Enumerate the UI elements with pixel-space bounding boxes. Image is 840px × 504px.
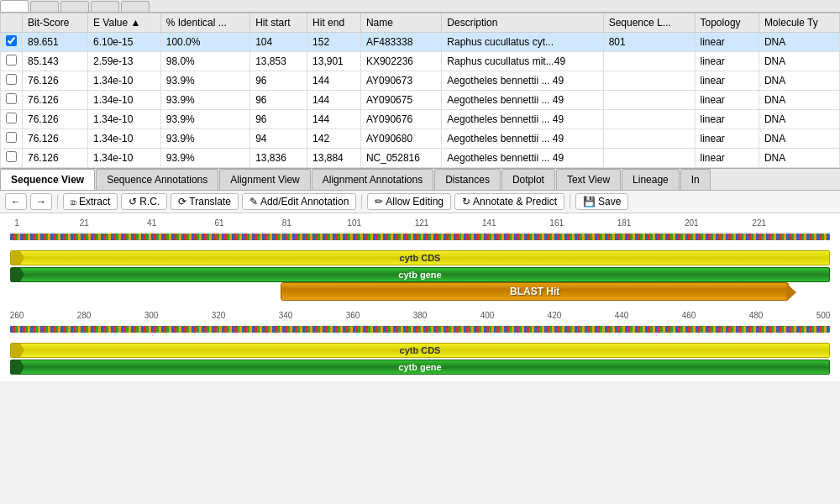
tab-sequence-annotations[interactable]: Sequence Annotations bbox=[96, 169, 218, 190]
row-checkbox[interactable] bbox=[1, 52, 23, 71]
cell-hit-start: 94 bbox=[250, 129, 307, 149]
row-checkbox[interactable] bbox=[1, 71, 23, 91]
gene-bar-2[interactable]: cytb gene bbox=[10, 360, 830, 375]
tab-dotplot[interactable]: Dotplot bbox=[501, 169, 555, 190]
back-button[interactable]: ← bbox=[5, 193, 27, 210]
col-pct-identical[interactable]: % Identical ... bbox=[160, 13, 249, 33]
cell-bit-score: 85.143 bbox=[23, 52, 88, 71]
table-row[interactable]: 89.651 6.10e-15 100.0% 104 152 AF483338 … bbox=[1, 33, 840, 52]
annotate-predict-icon: ↻ bbox=[462, 196, 470, 207]
cell-hit-start: 104 bbox=[250, 33, 307, 52]
cds-track-1[interactable]: cytb CDS bbox=[10, 250, 830, 265]
ruler-tick: 181 bbox=[617, 218, 632, 228]
tab-distances2[interactable]: Distances bbox=[434, 169, 501, 190]
cell-molecule-type: DNA bbox=[759, 110, 839, 129]
ruler-tick: 21 bbox=[80, 218, 89, 228]
table-row[interactable]: 76.126 1.34e-10 93.9% 96 144 AY090676 Ae… bbox=[1, 110, 840, 129]
row-checkbox[interactable] bbox=[1, 33, 23, 52]
col-hit-end[interactable]: Hit end bbox=[307, 13, 361, 33]
col-seq-len[interactable]: Sequence L... bbox=[603, 13, 695, 33]
row-checkbox[interactable] bbox=[1, 91, 23, 110]
add-annotation-button[interactable]: ✎ Add/Edit Annotation bbox=[242, 193, 356, 210]
toolbar: ← → ⎄ Extract ↺ R.C. ⟳ Translate ✎ Add/E… bbox=[0, 191, 840, 213]
tab-query-centric[interactable] bbox=[30, 1, 59, 12]
table-row[interactable]: 76.126 1.34e-10 93.9% 96 144 AY090673 Ae… bbox=[1, 71, 840, 91]
checkbox-input[interactable] bbox=[6, 55, 17, 66]
annotate-predict-button[interactable]: ↻ Annotate & Predict bbox=[454, 193, 564, 210]
forward-button[interactable]: → bbox=[30, 193, 52, 210]
extract-label: Extract bbox=[79, 196, 110, 207]
col-description[interactable]: Description bbox=[442, 13, 603, 33]
tab-annotations[interactable] bbox=[60, 1, 89, 12]
ruler-tick: 280 bbox=[77, 311, 92, 320]
cell-description: Raphus cucullatus mit...49 bbox=[442, 52, 603, 71]
extract-button[interactable]: ⎄ Extract bbox=[63, 193, 118, 210]
table-row[interactable]: 85.143 2.59e-13 98.0% 13,853 13,901 KX90… bbox=[1, 52, 840, 71]
col-molecule-type[interactable]: Molecule Ty bbox=[759, 13, 839, 33]
table-header-row: Bit-Score E Value ▲ % Identical ... Hit … bbox=[1, 13, 840, 33]
cell-hit-end: 144 bbox=[307, 71, 361, 91]
col-hit-start[interactable]: Hit start bbox=[250, 13, 307, 33]
tab-sequence-view[interactable]: Sequence View bbox=[0, 169, 95, 190]
cell-molecule-type: DNA bbox=[759, 91, 839, 110]
checkbox-input[interactable] bbox=[6, 113, 17, 123]
cell-topology: linear bbox=[695, 91, 759, 110]
cds-bar-2[interactable]: cytb CDS bbox=[10, 343, 830, 358]
ruler-tick: 121 bbox=[415, 218, 429, 228]
checkbox-input[interactable] bbox=[6, 93, 17, 104]
row-checkbox[interactable] bbox=[1, 129, 23, 149]
blast-hit-bar[interactable]: BLAST Hit bbox=[281, 282, 789, 301]
tab-info2[interactable]: In bbox=[680, 169, 711, 190]
cell-bit-score: 76.126 bbox=[23, 129, 88, 149]
gene-bar-1[interactable]: cytb gene bbox=[10, 267, 830, 282]
tab-info[interactable] bbox=[121, 1, 150, 12]
gene-track-2[interactable]: cytb gene bbox=[10, 360, 830, 375]
table-row[interactable]: 76.126 1.34e-10 93.9% 13,836 13,884 NC_0… bbox=[1, 149, 840, 168]
col-topology[interactable]: Topology bbox=[695, 13, 759, 33]
col-evalue[interactable]: E Value ▲ bbox=[88, 13, 161, 33]
tab-alignment-view[interactable]: Alignment View bbox=[219, 169, 311, 190]
tab-lineage[interactable]: Lineage bbox=[622, 169, 680, 190]
cds-track-2[interactable]: cytb CDS bbox=[10, 343, 830, 358]
cds-bar-1[interactable]: cytb CDS bbox=[10, 250, 830, 265]
tab-text-view[interactable]: Text View bbox=[556, 169, 621, 190]
cell-bit-score: 76.126 bbox=[23, 71, 88, 91]
cell-description: Aegotheles bennettii ... 49 bbox=[442, 71, 603, 91]
table-row[interactable]: 76.126 1.34e-10 93.9% 96 144 AY090675 Ae… bbox=[1, 91, 840, 110]
checkbox-input[interactable] bbox=[6, 151, 17, 162]
ruler-tick: 460 bbox=[682, 311, 696, 320]
table-row[interactable]: 76.126 1.34e-10 93.9% 94 142 AY090680 Ae… bbox=[1, 129, 840, 149]
checkbox-input[interactable] bbox=[6, 132, 17, 143]
section-gap-2 bbox=[3, 376, 837, 381]
cell-topology: linear bbox=[695, 52, 759, 71]
toolbar-sep-3 bbox=[570, 194, 570, 209]
tab-alignment-annotations[interactable]: Alignment Annotations bbox=[312, 169, 433, 190]
allow-editing-button[interactable]: ✏ Allow Editing bbox=[367, 193, 451, 210]
cell-evalue: 1.34e-10 bbox=[88, 149, 161, 168]
checkbox-input[interactable] bbox=[6, 35, 17, 46]
cell-pct-identical: 93.9% bbox=[160, 91, 249, 110]
cell-hit-end: 13,884 bbox=[307, 149, 361, 168]
cell-description: Aegotheles bennettii ... 49 bbox=[442, 91, 603, 110]
save-button[interactable]: 💾 Save bbox=[575, 193, 628, 210]
col-bit-score[interactable]: Bit-Score bbox=[23, 13, 88, 33]
blast-track-1[interactable]: BLAST Hit bbox=[10, 284, 830, 299]
tab-distances[interactable] bbox=[91, 1, 119, 12]
col-name[interactable]: Name bbox=[360, 13, 441, 33]
row-checkbox[interactable] bbox=[1, 149, 23, 168]
checkbox-input[interactable] bbox=[6, 74, 17, 85]
tab-hit-table[interactable] bbox=[0, 0, 29, 12]
ruler-tick: 81 bbox=[282, 218, 291, 228]
cell-hit-start: 13,836 bbox=[250, 149, 307, 168]
cell-description: Aegotheles bennettii ... 49 bbox=[442, 110, 603, 129]
cell-bit-score: 76.126 bbox=[23, 91, 88, 110]
rc-button[interactable]: ↺ R.C. bbox=[121, 193, 167, 210]
cell-hit-start: 96 bbox=[250, 110, 307, 129]
row-checkbox[interactable] bbox=[1, 110, 23, 129]
translate-button[interactable]: ⟳ Translate bbox=[171, 193, 239, 210]
bottom-tab-bar: Sequence View Sequence Annotations Align… bbox=[0, 168, 840, 191]
extract-icon: ⎄ bbox=[71, 196, 76, 207]
gene-track-1[interactable]: cytb gene bbox=[10, 267, 830, 282]
cell-evalue: 1.34e-10 bbox=[88, 91, 161, 110]
hit-table: Bit-Score E Value ▲ % Identical ... Hit … bbox=[0, 13, 840, 168]
